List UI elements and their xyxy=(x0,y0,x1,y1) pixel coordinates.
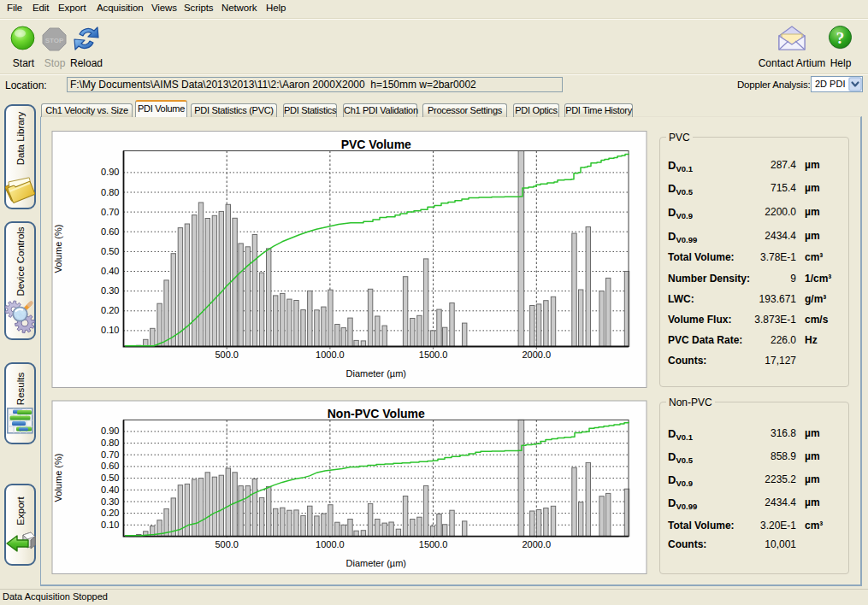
svg-text:1000.0: 1000.0 xyxy=(316,539,345,549)
svg-text:0.50: 0.50 xyxy=(101,246,119,256)
svg-text:Volume (%): Volume (%) xyxy=(53,454,63,502)
svg-text:0.60: 0.60 xyxy=(101,226,119,237)
svg-text:0.70: 0.70 xyxy=(101,207,119,217)
svg-text:0.10: 0.10 xyxy=(101,325,119,335)
svg-text:0.80: 0.80 xyxy=(101,438,119,448)
svg-text:Volume (%): Volume (%) xyxy=(53,225,63,273)
svg-text:Diameter (µm): Diameter (µm) xyxy=(346,368,407,379)
svg-text:?: ? xyxy=(836,29,845,47)
svg-text:0.40: 0.40 xyxy=(101,485,119,495)
svg-text:0.80: 0.80 xyxy=(101,187,119,197)
svg-text:Diameter (µm): Diameter (µm) xyxy=(346,558,407,568)
svg-text:0.30: 0.30 xyxy=(101,496,119,507)
svg-text:2000.0: 2000.0 xyxy=(522,349,551,360)
svg-text:0.20: 0.20 xyxy=(101,305,119,315)
svg-text:2000.0: 2000.0 xyxy=(522,539,551,549)
svg-text:STOP: STOP xyxy=(45,37,64,44)
svg-text:0.90: 0.90 xyxy=(101,426,119,436)
svg-text:1500.0: 1500.0 xyxy=(419,539,448,549)
svg-text:PVC Volume: PVC Volume xyxy=(341,138,411,151)
svg-text:1500.0: 1500.0 xyxy=(419,349,448,360)
svg-text:0.50: 0.50 xyxy=(101,473,119,483)
svg-text:0.90: 0.90 xyxy=(101,167,119,177)
svg-text:0.30: 0.30 xyxy=(101,285,119,296)
svg-text:500.0: 500.0 xyxy=(215,349,239,360)
svg-text:500.0: 500.0 xyxy=(215,539,239,549)
svg-text:1000.0: 1000.0 xyxy=(316,349,345,360)
svg-text:0.40: 0.40 xyxy=(101,266,119,276)
svg-text:0.10: 0.10 xyxy=(101,520,119,530)
svg-text:0.20: 0.20 xyxy=(101,508,119,518)
svg-text:0.70: 0.70 xyxy=(101,449,119,460)
svg-text:0.60: 0.60 xyxy=(101,461,119,471)
svg-text:Non-PVC Volume: Non-PVC Volume xyxy=(328,407,425,420)
